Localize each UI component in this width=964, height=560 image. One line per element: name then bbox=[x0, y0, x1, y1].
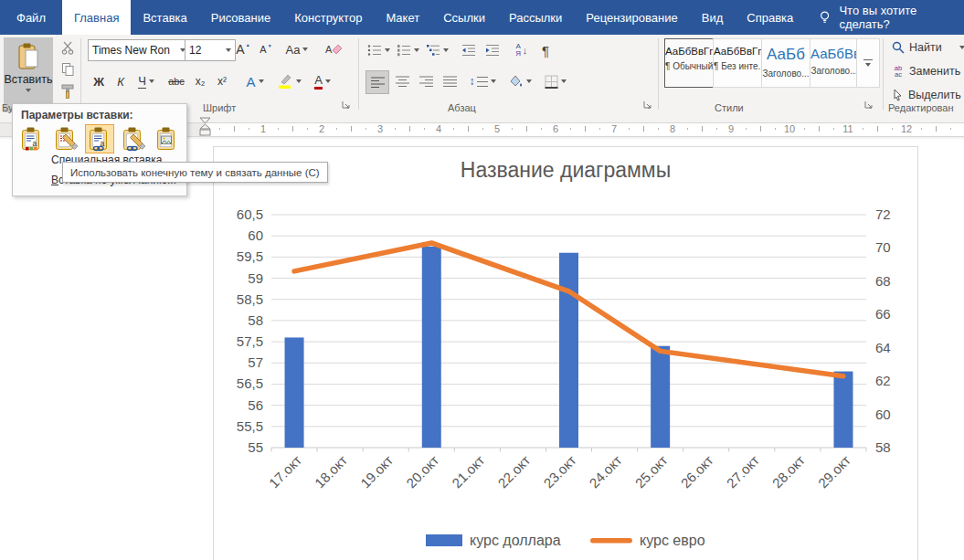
ruler-tick bbox=[716, 128, 717, 130]
style-card-2[interactable]: АаБбЗаголово... bbox=[761, 38, 810, 88]
styles-more-button[interactable] bbox=[856, 38, 880, 88]
ruler-number: 7 bbox=[607, 123, 621, 135]
style-card-1[interactable]: АаБбВвГг,¶ Без инте... bbox=[713, 38, 762, 88]
paragraph-dialog-launcher[interactable] bbox=[643, 100, 654, 111]
default-paste-accel: В bbox=[51, 174, 58, 186]
x-axis-label: 20.окт bbox=[403, 452, 441, 491]
copy-button[interactable] bbox=[58, 61, 77, 78]
paste-option-keep-source-formatting[interactable] bbox=[51, 124, 80, 153]
find-button[interactable]: Найти bbox=[892, 41, 964, 54]
tab-help[interactable]: Справка bbox=[735, 0, 805, 35]
outdent-icon bbox=[461, 44, 476, 57]
tell-me-box[interactable]: Что вы хотите сделать? bbox=[805, 0, 964, 35]
tab-file[interactable]: Файл bbox=[0, 0, 62, 35]
ruler-tick bbox=[278, 128, 279, 130]
clear-formatting-button[interactable]: А bbox=[322, 39, 345, 59]
tab-insert[interactable]: Вставка bbox=[131, 0, 198, 35]
tab-review[interactable]: Рецензирование bbox=[574, 0, 689, 35]
indent-icon bbox=[485, 44, 500, 57]
justify-icon bbox=[443, 76, 457, 88]
font-size-combobox[interactable]: 12 bbox=[185, 39, 236, 61]
legend-swatch-line bbox=[590, 538, 632, 544]
subscript-button[interactable]: x₂ bbox=[190, 70, 210, 92]
bold-button[interactable]: Ж bbox=[90, 70, 108, 92]
indent-markers[interactable] bbox=[199, 117, 211, 139]
justify-button[interactable] bbox=[439, 70, 461, 92]
tab-layout[interactable]: Макет bbox=[374, 0, 431, 35]
font-color-button[interactable]: А bbox=[309, 70, 336, 92]
right-axis-tick-label: 68 bbox=[875, 273, 891, 289]
tab-references[interactable]: Ссылки bbox=[431, 0, 497, 35]
ruler-tick bbox=[336, 128, 337, 130]
italic-button[interactable]: К bbox=[111, 70, 130, 92]
keep-source-formatting-link-data-icon bbox=[121, 126, 146, 152]
grow-font-button[interactable]: А ▲ bbox=[232, 39, 254, 59]
document-page[interactable]: Название диаграммы 60,56059,55958,55857,… bbox=[0, 139, 964, 560]
style-card-3[interactable]: АаБбВвЗаголово... bbox=[810, 38, 859, 88]
align-left-button[interactable] bbox=[365, 70, 389, 94]
select-button[interactable]: Выделить bbox=[892, 89, 961, 101]
sort-button[interactable]: А Я ↓ bbox=[510, 40, 532, 60]
tab-mailings[interactable]: Рассылки bbox=[497, 0, 574, 35]
paste-option-use-destination-theme[interactable]: a bbox=[17, 124, 47, 153]
ruler-tick bbox=[482, 128, 483, 130]
font-name-combobox[interactable]: Times New Ron bbox=[88, 39, 190, 61]
align-right-button[interactable] bbox=[415, 70, 437, 92]
paste-option-use-destination-theme-link-data[interactable]: a bbox=[85, 124, 114, 153]
paste-option-keep-source-formatting-link-data[interactable] bbox=[119, 124, 148, 153]
numbering-button[interactable] bbox=[395, 40, 420, 60]
styles-dialog-launcher[interactable] bbox=[864, 100, 875, 111]
ruler-tick bbox=[863, 128, 863, 130]
tab-draw[interactable]: Рисование bbox=[199, 0, 282, 35]
line-spacing-button[interactable]: ↕ bbox=[468, 70, 497, 92]
change-case-button[interactable]: Aa bbox=[281, 39, 313, 59]
shrink-mark: ▼ bbox=[268, 43, 272, 48]
x-axis-label: 29.окт bbox=[815, 452, 853, 491]
format-painter-button[interactable] bbox=[58, 82, 78, 100]
increase-indent-button[interactable] bbox=[482, 40, 503, 60]
strikethrough-button[interactable]: abc bbox=[164, 70, 188, 92]
replace-icon: abac bbox=[892, 65, 905, 78]
highlight-button[interactable] bbox=[274, 70, 303, 92]
ruler-tick bbox=[804, 128, 805, 130]
superscript-button[interactable]: x² bbox=[212, 70, 232, 92]
lightbulb-icon bbox=[818, 9, 832, 26]
paste-split-button[interactable]: Вставить bbox=[4, 37, 53, 112]
show-marks-button[interactable]: ¶ bbox=[537, 40, 554, 60]
ruler-tick bbox=[746, 128, 747, 130]
x-axis-label: 21.окт bbox=[449, 452, 487, 491]
paste-dropdown-arrow[interactable] bbox=[26, 89, 31, 92]
left-axis-tick-label: 60 bbox=[248, 227, 263, 243]
paragraph-group-label: Абзац bbox=[448, 102, 476, 113]
embedded-chart[interactable]: Название диаграммы 60,56059,55958,55857,… bbox=[213, 146, 918, 560]
style-card-0[interactable]: АаБбВвГг,¶ Обычный bbox=[664, 38, 714, 88]
tab-home[interactable]: Главная bbox=[62, 0, 131, 35]
style-preview: АаБбВв bbox=[810, 46, 858, 61]
align-center-button[interactable] bbox=[391, 70, 413, 92]
replace-button[interactable]: abac Заменить bbox=[892, 65, 960, 78]
shading-button[interactable] bbox=[504, 70, 534, 92]
decrease-indent-button[interactable] bbox=[459, 40, 479, 60]
underline-button[interactable]: Ч bbox=[133, 70, 159, 92]
svg-text:a: a bbox=[33, 139, 37, 148]
bar-29.окт bbox=[833, 372, 853, 448]
ruler-tick bbox=[351, 126, 352, 132]
borders-button[interactable] bbox=[541, 70, 570, 92]
tab-view[interactable]: Вид bbox=[690, 0, 736, 35]
ruler-number: 12 bbox=[899, 123, 914, 135]
shrink-font-button[interactable]: А ▼ bbox=[256, 39, 276, 59]
ruler-tick bbox=[512, 128, 513, 130]
tab-design[interactable]: Конструктор bbox=[282, 0, 374, 35]
ruler-number: 2 bbox=[314, 123, 329, 135]
font-dialog-launcher[interactable] bbox=[342, 100, 353, 111]
shrink-font-glyph: А bbox=[260, 44, 266, 55]
bullets-button[interactable] bbox=[365, 40, 391, 60]
ruler-tick bbox=[643, 126, 644, 132]
cut-button[interactable] bbox=[58, 40, 77, 57]
text-effects-button[interactable]: А bbox=[241, 70, 269, 92]
right-axis-tick-label: 62 bbox=[875, 373, 891, 388]
ruler-tick bbox=[658, 128, 659, 130]
left-axis-tick-label: 57,5 bbox=[237, 333, 263, 349]
paste-option-paste-as-picture[interactable] bbox=[153, 124, 182, 153]
multilevel-list-button[interactable] bbox=[424, 40, 450, 60]
